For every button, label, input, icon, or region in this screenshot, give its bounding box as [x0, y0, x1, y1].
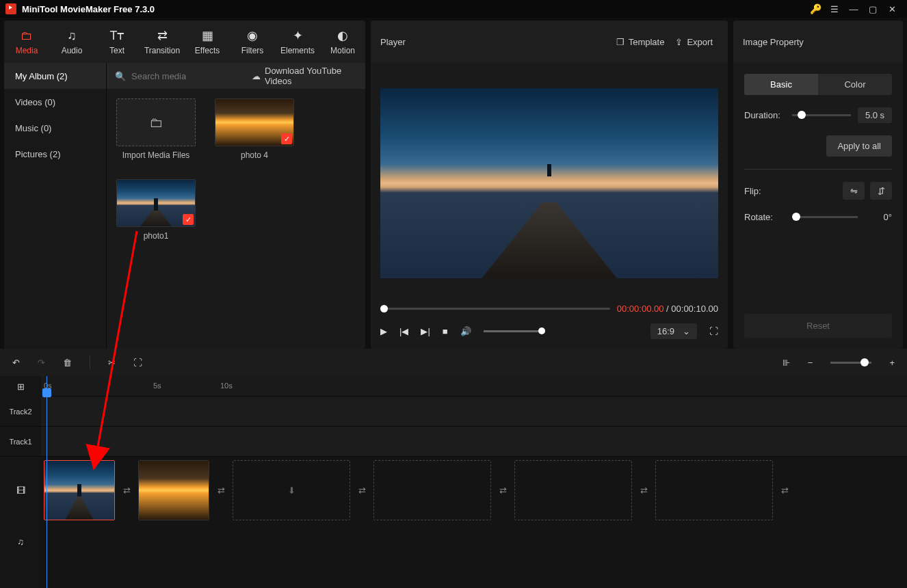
- search-bar: 🔍 ☁ Download YouTube Videos: [107, 63, 365, 89]
- video-track-icon: 🎞: [0, 457, 41, 524]
- fullscreen-button[interactable]: ⛶: [709, 326, 718, 336]
- effects-icon: ▦: [202, 28, 213, 43]
- track2[interactable]: [41, 397, 907, 427]
- menu-icon[interactable]: ☰: [825, 2, 844, 16]
- sidebar-item-my-album[interactable]: My Album (2): [4, 63, 106, 89]
- transition-slot[interactable]: ⇄: [774, 460, 795, 520]
- media-item-photo4[interactable]: ✓ photo 4: [215, 98, 294, 160]
- volume-icon[interactable]: 🔊: [460, 326, 471, 336]
- tab-basic[interactable]: Basic: [744, 74, 818, 95]
- empty-clip-slot[interactable]: ⬇: [233, 460, 350, 520]
- property-tabs: Basic Color: [744, 74, 892, 95]
- track1-label[interactable]: Track1: [0, 427, 41, 457]
- zoom-in-button[interactable]: +: [889, 358, 895, 368]
- text-icon: Tᴛ: [110, 28, 124, 43]
- duration-label: Duration:: [744, 110, 785, 120]
- preview-viewport[interactable]: [380, 88, 718, 278]
- flip-horizontal-button[interactable]: ⇋: [843, 182, 865, 200]
- tab-transition[interactable]: ⇄Transition: [140, 21, 185, 63]
- timeline-toolbar: ↶ ↷ 🗑 ✂ ⛶ ⊪ − +: [0, 349, 907, 376]
- flip-label: Flip:: [744, 186, 785, 196]
- import-media-button[interactable]: 🗀 Import Media Files: [116, 98, 196, 160]
- music-icon: ♫: [67, 29, 77, 43]
- tab-color[interactable]: Color: [818, 74, 892, 95]
- play-button[interactable]: ▶: [380, 326, 387, 336]
- motion-icon: ◐: [337, 28, 348, 43]
- prev-frame-button[interactable]: |◀: [399, 326, 408, 336]
- track2-label[interactable]: Track2: [0, 397, 41, 427]
- cloud-download-icon: ☁: [252, 71, 261, 81]
- media-sidebar: My Album (2) Videos (0) Music (0) Pictur…: [4, 63, 107, 349]
- tab-elements[interactable]: ✦Elements: [275, 21, 320, 63]
- video-track[interactable]: ⇄ ⇄ ⬇ ⇄ ⇄ ⇄ ⇄: [41, 457, 907, 524]
- layers-icon: ❐: [616, 37, 625, 47]
- tab-effects[interactable]: ▦Effects: [185, 21, 230, 63]
- track1[interactable]: [41, 427, 907, 457]
- download-youtube-button[interactable]: ☁ Download YouTube Videos: [252, 66, 357, 86]
- export-button[interactable]: ⇪Export: [670, 33, 718, 51]
- sidebar-item-videos[interactable]: Videos (0): [4, 89, 106, 115]
- playhead[interactable]: [47, 376, 47, 588]
- audio-track-icon: ♫: [0, 524, 41, 559]
- main-tabs: 🗀Media ♫Audio TᴛText ⇄Transition ▦Effect…: [4, 21, 365, 63]
- volume-slider[interactable]: [484, 330, 545, 332]
- audio-track[interactable]: [41, 524, 907, 559]
- fit-button[interactable]: ⊪: [783, 358, 790, 368]
- media-area: 🔍 ☁ Download YouTube Videos 🗀 Import Med…: [107, 63, 365, 349]
- transition-slot[interactable]: ⇄: [492, 460, 513, 520]
- empty-clip-slot[interactable]: [655, 460, 773, 520]
- duration-value[interactable]: 5.0 s: [858, 107, 892, 123]
- maximize-button[interactable]: ▢: [863, 2, 882, 16]
- timeline-ruler[interactable]: 0s 5s 10s: [41, 376, 907, 397]
- transition-slot[interactable]: ⇄: [116, 460, 137, 520]
- key-icon[interactable]: 🔑: [806, 2, 825, 16]
- clip-photo1[interactable]: [44, 460, 115, 520]
- media-item-photo1[interactable]: ✓ photo1: [116, 179, 196, 241]
- zoom-out-button[interactable]: −: [808, 358, 813, 368]
- next-frame-button[interactable]: ▶|: [421, 326, 430, 336]
- delete-button[interactable]: 🗑: [63, 358, 72, 368]
- close-button[interactable]: ✕: [882, 2, 902, 16]
- duration-slider[interactable]: [792, 114, 851, 116]
- aspect-select[interactable]: 16:9⌄: [650, 323, 697, 339]
- seek-bar[interactable]: [380, 308, 610, 310]
- timeline-canvas[interactable]: 0s 5s 10s ⇄ ⇄ ⬇ ⇄ ⇄ ⇄: [41, 376, 907, 588]
- search-input[interactable]: [131, 71, 246, 81]
- titlebar: MiniTool MovieMaker Free 7.3.0 🔑 ☰ — ▢ ✕: [0, 0, 907, 18]
- split-button[interactable]: ✂: [108, 358, 116, 368]
- tab-text[interactable]: TᴛText: [94, 21, 140, 63]
- transition-slot[interactable]: ⇄: [352, 460, 372, 520]
- transition-icon: ⇄: [157, 28, 168, 43]
- check-icon: ✓: [281, 133, 292, 144]
- rotate-value: 0°: [865, 212, 892, 222]
- timeline: ↶ ↷ 🗑 ✂ ⛶ ⊪ − + ⊞ Track2 Track1 🎞 ♫: [0, 349, 907, 588]
- tab-filters[interactable]: ◉Filters: [230, 21, 275, 63]
- sidebar-item-pictures[interactable]: Pictures (2): [4, 141, 106, 167]
- player-label: Player: [380, 37, 611, 47]
- rotate-slider[interactable]: [792, 216, 858, 218]
- redo-button[interactable]: ↷: [38, 358, 45, 368]
- tab-audio[interactable]: ♫Audio: [49, 21, 94, 63]
- reset-button[interactable]: Reset: [744, 314, 892, 338]
- tab-media[interactable]: 🗀Media: [4, 21, 49, 63]
- undo-button[interactable]: ↶: [12, 358, 20, 368]
- clip-photo4[interactable]: [138, 460, 209, 520]
- flip-vertical-button[interactable]: ⇵: [870, 182, 892, 200]
- check-icon: ✓: [183, 214, 194, 225]
- app-logo-icon: [5, 3, 16, 14]
- media-grid: 🗀 Import Media Files ✓ photo 4 ✓ photo1: [107, 89, 365, 349]
- minimize-button[interactable]: —: [844, 2, 863, 16]
- sidebar-item-music[interactable]: Music (0): [4, 115, 106, 141]
- transition-slot[interactable]: ⇄: [211, 460, 231, 520]
- template-button[interactable]: ❐Template: [611, 33, 670, 51]
- empty-clip-slot[interactable]: [514, 460, 632, 520]
- crop-button[interactable]: ⛶: [133, 358, 142, 368]
- stop-button[interactable]: ■: [443, 326, 448, 336]
- track-labels: ⊞ Track2 Track1 🎞 ♫: [0, 376, 41, 588]
- tab-motion[interactable]: ◐Motion: [320, 21, 365, 63]
- add-track-button[interactable]: ⊞: [0, 376, 41, 397]
- zoom-slider[interactable]: [830, 362, 871, 364]
- apply-to-all-button[interactable]: Apply to all: [826, 135, 892, 157]
- transition-slot[interactable]: ⇄: [633, 460, 654, 520]
- empty-clip-slot[interactable]: [373, 460, 491, 520]
